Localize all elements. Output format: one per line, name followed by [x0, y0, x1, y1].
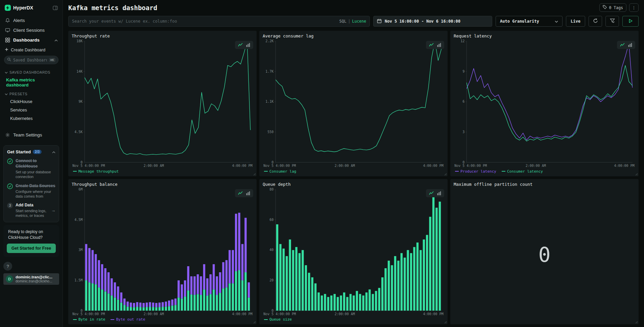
sidebar-collapse-icon[interactable] — [53, 6, 58, 10]
help-button[interactable]: ? — [3, 262, 12, 271]
resize-handle-icon[interactable] — [635, 173, 638, 176]
chevron-up-icon[interactable] — [52, 149, 55, 154]
legend-item[interactable]: Producer latency — [455, 169, 496, 174]
chart-legend: Queue size — [263, 317, 444, 323]
granularity-value: Auto Granularity — [500, 19, 539, 24]
bar-chart-icon[interactable] — [437, 43, 441, 47]
section-presets[interactable]: PRESETS — [3, 89, 59, 97]
resize-handle-icon[interactable] — [444, 321, 447, 324]
sidebar-item-team-settings[interactable]: Team Settings — [3, 130, 59, 140]
resize-handle-icon[interactable] — [253, 173, 256, 176]
line-chart-icon[interactable] — [620, 43, 625, 47]
user-menu[interactable]: D dominic.tran@clic... dominic.tran@clic… — [3, 273, 59, 285]
saved-dashboards-search-input[interactable] — [13, 58, 47, 62]
legend-item[interactable]: Byte out rate — [111, 317, 145, 322]
legend-item[interactable]: Consumer lag — [264, 169, 296, 174]
bar-chart-icon[interactable] — [437, 191, 441, 195]
sidebar-item-client-sessions[interactable]: Client Sessions — [3, 25, 59, 35]
svg-text:Nov 5 4:00:00 PM: Nov 5 4:00:00 PM — [454, 164, 487, 168]
series-dash — [73, 319, 77, 320]
date-range-picker[interactable]: Nov 5 16:00:00 - Nov 6 16:00:00 — [373, 16, 492, 27]
resize-handle-icon[interactable] — [444, 173, 447, 176]
event-search-input[interactable] — [72, 19, 337, 24]
series-dash — [264, 319, 268, 320]
panel-title: Request latency — [454, 33, 635, 39]
dashboard-grid: Throughput rate 04.5K9K14K18KNov 5 4:00:… — [68, 31, 639, 324]
panel-average-consumer-lag: Average consumer lag 05501.1K1.7K2.2KNov… — [259, 31, 448, 176]
legend-item[interactable]: Byte in rate — [73, 317, 105, 322]
sidebar-item-services[interactable]: Services — [3, 106, 59, 114]
avatar: D — [6, 275, 13, 283]
run-query-button[interactable] — [622, 16, 639, 27]
get-started-step-sources[interactable]: Create Data Sources Configure where your… — [7, 183, 55, 199]
sql-toggle[interactable]: SQL — [339, 19, 347, 24]
svg-text:2:00:00 AM: 2:00:00 AM — [144, 312, 164, 316]
query-controls: SQL | Lucene Nov 5 16:00:00 - Nov 6 16:0… — [68, 16, 639, 27]
legend-label: Queue size — [269, 317, 292, 322]
saved-dashboards-search[interactable]: ⌘K — [4, 56, 58, 64]
throughput-balance-chart[interactable]: 01.5M3M4.5M6MNov 5 4:00:00 PM2:00:00 AM4… — [72, 187, 253, 317]
tags-label: 0 Tags — [609, 5, 623, 10]
lucene-toggle[interactable]: Lucene — [352, 19, 366, 24]
user-name: dominic.tran@clic... — [16, 275, 52, 279]
tags-button[interactable]: 0 Tags — [599, 3, 626, 12]
get-started-step-connect[interactable]: Connect to ClickHouse Set up your databa… — [7, 158, 55, 179]
legend-label: Consumer lag — [269, 169, 296, 174]
svg-text:60: 60 — [269, 218, 273, 221]
request-latency-chart[interactable]: 036912Nov 5 4:00:00 PM2:00:00 AM4:00:00 … — [454, 39, 635, 169]
live-button[interactable]: Live — [566, 16, 585, 27]
sidebar-item-kubernetes[interactable]: Kubernetes — [3, 114, 59, 123]
svg-text:550: 550 — [267, 130, 273, 134]
query-language-toggle: SQL | Lucene — [339, 19, 366, 24]
bar-chart-icon[interactable] — [246, 43, 250, 47]
consumer-lag-chart[interactable]: 05501.1K1.7K2.2KNov 5 4:00:00 PM2:00:00 … — [263, 39, 444, 169]
legend-item[interactable]: Message throughput — [73, 169, 119, 174]
get-started-free-button[interactable]: Get Started for Free — [7, 244, 56, 253]
bar-chart-icon[interactable] — [246, 191, 250, 195]
hyperdx-logo-icon[interactable] — [5, 5, 11, 11]
svg-text:Nov 5 4:00:00 PM: Nov 5 4:00:00 PM — [72, 312, 105, 316]
get-started-step-add-data[interactable]: 3 Add Data Start sending logs, metrics, … — [7, 202, 55, 218]
sidebar-item-clickhouse[interactable]: ClickHouse — [3, 97, 59, 106]
svg-text:Nov 5 4:00:00 PM: Nov 5 4:00:00 PM — [72, 164, 105, 168]
panel-title: Maximum offline partition count — [454, 182, 635, 187]
svg-text:2:00:00 AM: 2:00:00 AM — [335, 164, 355, 168]
panel-title: Average consumer lag — [263, 33, 444, 39]
granularity-select[interactable]: Auto Granularity — [496, 16, 563, 27]
sidebar-item-alerts[interactable]: Alerts — [3, 16, 59, 25]
svg-text:4:00:00 PM: 4:00:00 PM — [232, 164, 253, 168]
svg-text:1.1K: 1.1K — [265, 100, 273, 103]
svg-text:2.2K: 2.2K — [265, 39, 273, 43]
throughput-rate-chart[interactable]: 04.5K9K14K18KNov 5 4:00:00 PM2:00:00 AM4… — [72, 39, 253, 169]
sidebar-item-dashboards[interactable]: Dashboards — [3, 35, 59, 45]
sidebar-item-label: Client Sessions — [13, 28, 45, 33]
step-desc: Start sending logs, metrics, or traces — [16, 208, 48, 218]
panel-title: Throughput rate — [72, 33, 253, 39]
create-dashboard-label: Create Dashboard — [11, 48, 45, 52]
chevron-up-icon — [54, 37, 58, 43]
resize-handle-icon[interactable] — [253, 321, 256, 324]
legend-item[interactable]: Queue size — [264, 317, 292, 322]
refresh-button[interactable] — [589, 16, 602, 27]
section-saved-dashboards[interactable]: SAVED DASHBOARDS — [3, 68, 59, 76]
date-range-value: Nov 5 16:00:00 - Nov 6 16:00:00 — [385, 19, 460, 24]
plus-icon — [5, 48, 8, 52]
sidebar-item-kafka-dashboard[interactable]: Kafka metrics dashboard — [3, 76, 59, 89]
queue-depth-chart[interactable]: 020406080Nov 5 4:00:00 PM2:00:00 AM4:00:… — [263, 187, 444, 317]
shortcut-badge: ⌘K — [49, 58, 55, 62]
resize-handle-icon[interactable] — [635, 321, 638, 324]
create-dashboard-button[interactable]: Create Dashboard — [3, 45, 59, 55]
svg-text:4:00:00 PM: 4:00:00 PM — [232, 312, 253, 316]
bar-chart-icon[interactable] — [628, 43, 632, 47]
topbar: Kafka metrics dashboard 0 Tags ⋮ — [68, 3, 639, 12]
panel-menu-button[interactable]: ⋮ — [629, 3, 639, 12]
section-label: SAVED DASHBOARDS — [9, 70, 50, 74]
line-chart-icon[interactable] — [238, 43, 243, 47]
legend-item[interactable]: Consumer latency — [502, 169, 543, 174]
line-chart-icon[interactable] — [238, 191, 243, 195]
line-chart-icon[interactable] — [429, 43, 434, 47]
svg-text:2:00:00 AM: 2:00:00 AM — [144, 164, 164, 168]
svg-text:20: 20 — [269, 278, 273, 282]
line-chart-icon[interactable] — [429, 191, 434, 195]
filter-button[interactable] — [605, 16, 619, 27]
